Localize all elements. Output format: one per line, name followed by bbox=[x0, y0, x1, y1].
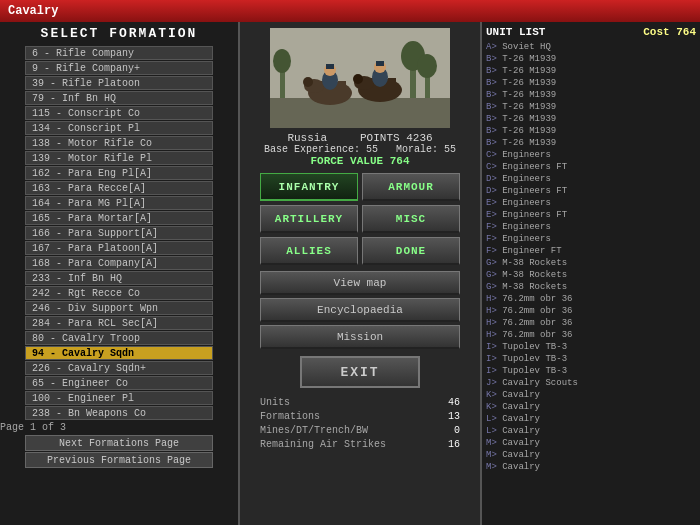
unit-name: Cavalry bbox=[502, 390, 540, 400]
air-strikes-label: Remaining Air Strikes bbox=[260, 438, 386, 452]
formation-item[interactable]: 138 - Motor Rifle Co bbox=[25, 136, 213, 150]
unit-entry: B> T-26 M1939 bbox=[486, 53, 696, 65]
formation-item[interactable]: 233 - Inf Bn HQ bbox=[25, 271, 213, 285]
formation-item[interactable]: 9 - Rifle Company+ bbox=[25, 61, 213, 75]
unit-slot: G> bbox=[486, 270, 497, 280]
artillery-button[interactable]: ARTILLERY bbox=[260, 205, 358, 233]
unit-name: Engineers bbox=[502, 174, 551, 184]
formation-item[interactable]: 166 - Para Support[A] bbox=[25, 226, 213, 240]
next-formations-button[interactable]: Next Formations Page bbox=[25, 435, 213, 451]
unit-name: Soviet HQ bbox=[502, 42, 551, 52]
unit-name: Engineers bbox=[502, 234, 551, 244]
unit-name: T-26 M1939 bbox=[502, 90, 556, 100]
allies-button[interactable]: ALLIES bbox=[260, 237, 358, 265]
unit-slot: B> bbox=[486, 138, 497, 148]
unit-name: T-26 M1939 bbox=[502, 126, 556, 136]
formation-item[interactable]: 39 - Rifle Platoon bbox=[25, 76, 213, 90]
infantry-button[interactable]: INFANTRY bbox=[260, 173, 358, 201]
formation-item[interactable]: 168 - Para Company[A] bbox=[25, 256, 213, 270]
formation-item[interactable]: 6 - Rifle Company bbox=[25, 46, 213, 60]
formation-item[interactable]: 246 - Div Support Wpn bbox=[25, 301, 213, 315]
unit-list-cost: Cost 764 bbox=[643, 26, 696, 38]
formation-item[interactable]: 79 - Inf Bn HQ bbox=[25, 91, 213, 105]
unit-entry: H> 76.2mm obr 36 bbox=[486, 329, 696, 341]
unit-entry: I> Tupolev TB-3 bbox=[486, 353, 696, 365]
view-map-button[interactable]: View map bbox=[260, 271, 460, 295]
unit-entry: B> T-26 M1939 bbox=[486, 137, 696, 149]
unit-slot: M> bbox=[486, 450, 497, 460]
experience-label: Base Experience: 55 bbox=[264, 144, 378, 155]
exit-button[interactable]: EXIT bbox=[300, 356, 420, 388]
unit-slot: D> bbox=[486, 174, 497, 184]
unit-name: T-26 M1939 bbox=[502, 114, 556, 124]
unit-entry: J> Cavalry Scouts bbox=[486, 377, 696, 389]
left-panel: SELECT FORMATION 6 - Rifle Company9 - Ri… bbox=[0, 22, 240, 525]
formation-item[interactable]: 134 - Conscript Pl bbox=[25, 121, 213, 135]
formation-item[interactable]: 80 - Cavalry Troop bbox=[25, 331, 213, 345]
unit-entry: E> Engineers FT bbox=[486, 209, 696, 221]
armour-button[interactable]: ARMOUR bbox=[362, 173, 460, 201]
svg-rect-10 bbox=[326, 64, 334, 69]
unit-list-header: UNIT LIST Cost 764 bbox=[486, 26, 696, 38]
done-button[interactable]: DONE bbox=[362, 237, 460, 265]
unit-slot: A> bbox=[486, 42, 497, 52]
formation-item[interactable]: 162 - Para Eng Pl[A] bbox=[25, 166, 213, 180]
unit-name: Engineers bbox=[502, 198, 551, 208]
unit-entry: K> Cavalry bbox=[486, 401, 696, 413]
title-bar: Cavalry bbox=[0, 0, 700, 22]
unit-entry: M> Cavalry bbox=[486, 449, 696, 461]
unit-name: T-26 M1939 bbox=[502, 78, 556, 88]
main-container: SELECT FORMATION 6 - Rifle Company9 - Ri… bbox=[0, 22, 700, 525]
unit-list-container: A> Soviet HQB> T-26 M1939B> T-26 M1939B>… bbox=[486, 41, 696, 473]
unit-name: Engineers FT bbox=[502, 162, 567, 172]
formation-item[interactable]: 94 - Cavalry Sqdn bbox=[25, 346, 213, 360]
unit-slot: M> bbox=[486, 438, 497, 448]
mines-value: 0 bbox=[454, 424, 460, 438]
formation-item[interactable]: 164 - Para MG Pl[A] bbox=[25, 196, 213, 210]
formation-item[interactable]: 167 - Para Platoon[A] bbox=[25, 241, 213, 255]
formations-label: Formations bbox=[260, 410, 320, 424]
unit-entry: M> Cavalry bbox=[486, 461, 696, 473]
unit-name: Tupolev TB-3 bbox=[502, 366, 567, 376]
unit-slot: M> bbox=[486, 462, 497, 472]
unit-entry: E> Engineers bbox=[486, 197, 696, 209]
unit-slot: H> bbox=[486, 330, 497, 340]
unit-entry: F> Engineers bbox=[486, 221, 696, 233]
prev-formations-button[interactable]: Previous Formations Page bbox=[25, 452, 213, 468]
formation-item[interactable]: 284 - Para RCL Sec[A] bbox=[25, 316, 213, 330]
right-panel: UNIT LIST Cost 764 A> Soviet HQB> T-26 M… bbox=[480, 22, 700, 525]
unit-slot: C> bbox=[486, 162, 497, 172]
unit-slot: G> bbox=[486, 282, 497, 292]
formation-item[interactable]: 100 - Engineer Pl bbox=[25, 391, 213, 405]
unit-name: 76.2mm obr 36 bbox=[502, 294, 572, 304]
unit-entry: H> 76.2mm obr 36 bbox=[486, 317, 696, 329]
encyclopaedia-button[interactable]: Encyclopaedia bbox=[260, 298, 460, 322]
unit-entry: G> M-38 Rockets bbox=[486, 257, 696, 269]
unit-slot: B> bbox=[486, 90, 497, 100]
formation-item[interactable]: 115 - Conscript Co bbox=[25, 106, 213, 120]
unit-name: Tupolev TB-3 bbox=[502, 354, 567, 364]
force-value: 764 bbox=[390, 155, 410, 167]
unit-slot: B> bbox=[486, 126, 497, 136]
unit-entry: A> Soviet HQ bbox=[486, 41, 696, 53]
mission-button[interactable]: Mission bbox=[260, 325, 460, 349]
unit-list-title: UNIT LIST bbox=[486, 26, 545, 38]
air-strikes-value: 16 bbox=[448, 438, 460, 452]
formation-item[interactable]: 242 - Rgt Recce Co bbox=[25, 286, 213, 300]
formation-item[interactable]: 65 - Engineer Co bbox=[25, 376, 213, 390]
country-label: Russia bbox=[287, 132, 327, 144]
formation-item[interactable]: 139 - Motor Rifle Pl bbox=[25, 151, 213, 165]
unit-entry: B> T-26 M1939 bbox=[486, 113, 696, 125]
formation-item[interactable]: 165 - Para Mortar[A] bbox=[25, 211, 213, 225]
formation-item[interactable]: 163 - Para Recce[A] bbox=[25, 181, 213, 195]
svg-point-24 bbox=[273, 49, 291, 73]
unit-entry: K> Cavalry bbox=[486, 389, 696, 401]
formation-item[interactable]: 226 - Cavalry Sqdn+ bbox=[25, 361, 213, 375]
misc-button[interactable]: MISC bbox=[362, 205, 460, 233]
unit-entry: F> Engineers bbox=[486, 233, 696, 245]
formation-item[interactable]: 238 - Bn Weapons Co bbox=[25, 406, 213, 420]
svg-point-22 bbox=[417, 54, 437, 78]
unit-slot: E> bbox=[486, 198, 497, 208]
unit-slot: B> bbox=[486, 66, 497, 76]
unit-name: T-26 M1939 bbox=[502, 66, 556, 76]
